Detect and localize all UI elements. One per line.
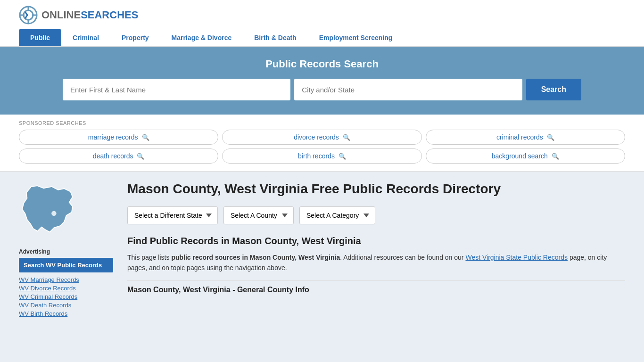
sponsored-item-criminal[interactable]: criminal records 🔍 (426, 130, 625, 145)
name-input[interactable] (63, 79, 290, 100)
sponsored-item-background[interactable]: background search 🔍 (426, 148, 625, 164)
content-area: Mason County, West Virginia Free Public … (127, 181, 625, 319)
sponsored-item-criminal-label: criminal records (496, 133, 543, 141)
main-nav: Public Criminal Property Marriage & Divo… (19, 29, 625, 46)
sidebar-link-marriage[interactable]: WV Marriage Records (19, 276, 113, 283)
sponsored-item-marriage[interactable]: marriage records 🔍 (19, 130, 218, 145)
search-bar: Search (63, 79, 581, 100)
find-records-text: This page lists public record sources in… (127, 252, 625, 273)
find-text-part1: This page lists (127, 254, 171, 261)
sponsored-item-birth[interactable]: birth records 🔍 (222, 148, 421, 164)
logo[interactable]: ONLINESEARCHES (19, 6, 138, 25)
sponsored-grid: marriage records 🔍 divorce records 🔍 cri… (19, 130, 625, 164)
nav-item-employment[interactable]: Employment Screening (308, 29, 404, 46)
section-subtitle: Mason County, West Virginia - General Co… (127, 286, 625, 294)
sponsored-item-background-label: background search (492, 152, 548, 160)
header: ONLINESEARCHES Public Criminal Property … (0, 0, 644, 47)
svg-point-6 (51, 211, 57, 216)
sponsored-section: SPONSORED SEARCHES marriage records 🔍 di… (0, 115, 644, 172)
main-content: Advertising Search WV Public Records WV … (0, 172, 644, 328)
sidebar: Advertising Search WV Public Records WV … (19, 181, 113, 319)
find-records-title: Find Public Records in Mason County, Wes… (127, 236, 625, 247)
find-text-part2: . Additional resources can be found on o… (340, 254, 465, 261)
sponsored-label: SPONSORED SEARCHES (19, 120, 625, 126)
find-text-link[interactable]: West Virginia State Public Records (465, 254, 568, 261)
sponsored-item-death-label: death records (93, 152, 133, 160)
dropdowns-row: Select a Different State Select A County… (127, 206, 625, 224)
sponsored-item-divorce[interactable]: divorce records 🔍 (222, 130, 421, 145)
nav-item-marriage-divorce[interactable]: Marriage & Divorce (160, 29, 243, 46)
category-dropdown[interactable]: Select A Category (299, 206, 375, 224)
nav-item-public[interactable]: Public (19, 29, 61, 46)
search-button[interactable]: Search (526, 79, 581, 100)
hero-section: Public Records Search Search (0, 47, 644, 115)
content-divider (127, 280, 625, 281)
sidebar-link-criminal[interactable]: WV Criminal Records (19, 293, 113, 300)
sponsored-item-divorce-label: divorce records (294, 133, 339, 141)
location-input[interactable] (294, 79, 522, 100)
page-title: Mason County, West Virginia Free Public … (127, 181, 625, 197)
wv-state-map (19, 181, 85, 238)
sponsored-item-birth-label: birth records (298, 152, 335, 160)
search-icon-background: 🔍 (552, 153, 559, 160)
sidebar-ad-button[interactable]: Search WV Public Records (19, 258, 113, 272)
find-text-bold: public record sources in Mason County, W… (171, 254, 340, 261)
sidebar-link-birth[interactable]: WV Birth Records (19, 310, 113, 317)
county-dropdown[interactable]: Select A County (223, 206, 294, 224)
nav-item-property[interactable]: Property (110, 29, 160, 46)
logo-icon (19, 6, 38, 25)
header-top: ONLINESEARCHES (19, 6, 625, 25)
logo-text: ONLINESEARCHES (41, 9, 138, 21)
search-icon-birth: 🔍 (339, 153, 346, 160)
sponsored-item-death[interactable]: death records 🔍 (19, 148, 218, 164)
sidebar-link-divorce[interactable]: WV Divorce Records (19, 285, 113, 292)
sidebar-link-death[interactable]: WV Death Records (19, 302, 113, 309)
sponsored-item-marriage-label: marriage records (88, 133, 138, 141)
sidebar-ad-label: Advertising (19, 248, 113, 255)
search-icon-criminal: 🔍 (547, 134, 554, 141)
hero-title: Public Records Search (19, 58, 625, 70)
search-icon-divorce: 🔍 (343, 134, 350, 141)
search-icon-death: 🔍 (137, 153, 144, 160)
nav-item-criminal[interactable]: Criminal (61, 29, 110, 46)
search-icon-marriage: 🔍 (142, 134, 149, 141)
state-dropdown[interactable]: Select a Different State (127, 206, 218, 224)
nav-item-birth-death[interactable]: Birth & Death (243, 29, 307, 46)
